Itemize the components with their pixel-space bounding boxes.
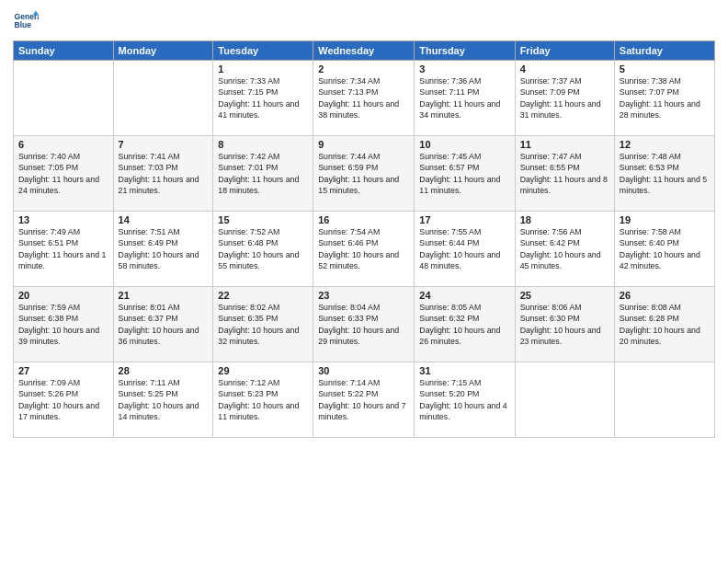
day-header-friday: Friday <box>515 41 614 61</box>
day-info: Sunrise: 7:09 AM Sunset: 5:26 PM Dayligh… <box>18 377 108 422</box>
day-number: 27 <box>18 365 108 376</box>
day-info: Sunrise: 7:45 AM Sunset: 6:57 PM Dayligh… <box>419 151 509 196</box>
days-header-row: SundayMondayTuesdayWednesdayThursdayFrid… <box>14 41 715 61</box>
day-info: Sunrise: 7:58 AM Sunset: 6:40 PM Dayligh… <box>620 226 710 271</box>
day-info: Sunrise: 7:37 AM Sunset: 7:09 PM Dayligh… <box>520 75 609 121</box>
day-info: Sunrise: 7:51 AM Sunset: 6:49 PM Dayligh… <box>119 226 209 271</box>
day-cell: 15Sunrise: 7:52 AM Sunset: 6:48 PM Dayli… <box>213 212 313 287</box>
day-number: 1 <box>218 63 308 75</box>
day-info: Sunrise: 7:56 AM Sunset: 6:42 PM Dayligh… <box>520 226 609 271</box>
day-info: Sunrise: 8:04 AM Sunset: 6:33 PM Dayligh… <box>318 302 409 347</box>
day-number: 5 <box>620 63 710 75</box>
day-number: 22 <box>218 290 308 301</box>
day-number: 10 <box>419 139 509 150</box>
header: General Blue <box>13 9 715 35</box>
day-cell: 27Sunrise: 7:09 AM Sunset: 5:26 PM Dayli… <box>14 362 114 438</box>
day-cell: 26Sunrise: 8:08 AM Sunset: 6:28 PM Dayli… <box>614 287 714 362</box>
day-info: Sunrise: 7:14 AM Sunset: 5:22 PM Dayligh… <box>318 377 409 422</box>
day-info: Sunrise: 7:54 AM Sunset: 6:46 PM Dayligh… <box>318 226 409 271</box>
day-cell: 31Sunrise: 7:15 AM Sunset: 5:20 PM Dayli… <box>415 362 515 438</box>
day-number: 24 <box>419 290 509 301</box>
day-number: 20 <box>18 290 108 301</box>
day-number: 2 <box>318 63 409 75</box>
svg-text:Blue: Blue <box>15 20 32 29</box>
week-row-4: 20Sunrise: 7:59 AM Sunset: 6:38 PM Dayli… <box>14 287 715 362</box>
day-number: 14 <box>119 214 209 225</box>
day-number: 28 <box>119 365 209 376</box>
day-info: Sunrise: 8:08 AM Sunset: 6:28 PM Dayligh… <box>620 302 710 347</box>
day-info: Sunrise: 7:47 AM Sunset: 6:55 PM Dayligh… <box>520 151 609 196</box>
day-number: 17 <box>419 214 509 225</box>
week-row-1: 1Sunrise: 7:33 AM Sunset: 7:15 PM Daylig… <box>14 61 715 136</box>
day-cell: 29Sunrise: 7:12 AM Sunset: 5:23 PM Dayli… <box>213 362 313 438</box>
day-number: 13 <box>18 214 108 225</box>
day-cell: 7Sunrise: 7:41 AM Sunset: 7:03 PM Daylig… <box>113 136 213 212</box>
day-number: 6 <box>18 139 108 150</box>
day-number: 18 <box>520 214 609 225</box>
week-row-2: 6Sunrise: 7:40 AM Sunset: 7:05 PM Daylig… <box>14 136 715 212</box>
day-number: 21 <box>119 290 209 301</box>
day-info: Sunrise: 7:36 AM Sunset: 7:11 PM Dayligh… <box>419 75 509 121</box>
day-info: Sunrise: 7:41 AM Sunset: 7:03 PM Dayligh… <box>119 151 209 196</box>
day-cell: 12Sunrise: 7:48 AM Sunset: 6:53 PM Dayli… <box>614 136 714 212</box>
day-number: 8 <box>218 139 308 150</box>
day-cell: 8Sunrise: 7:42 AM Sunset: 7:01 PM Daylig… <box>213 136 313 212</box>
day-header-thursday: Thursday <box>415 41 515 61</box>
logo-icon: General Blue <box>13 9 39 35</box>
day-cell: 30Sunrise: 7:14 AM Sunset: 5:22 PM Dayli… <box>313 362 415 438</box>
day-cell: 20Sunrise: 7:59 AM Sunset: 6:38 PM Dayli… <box>14 287 114 362</box>
day-info: Sunrise: 7:52 AM Sunset: 6:48 PM Dayligh… <box>218 226 308 271</box>
calendar-page: General Blue SundayMondayTuesdayWednesda… <box>0 0 728 563</box>
day-cell: 19Sunrise: 7:58 AM Sunset: 6:40 PM Dayli… <box>614 212 714 287</box>
day-number: 16 <box>318 214 409 225</box>
day-header-monday: Monday <box>113 41 213 61</box>
day-number: 23 <box>318 290 409 301</box>
day-info: Sunrise: 7:34 AM Sunset: 7:13 PM Dayligh… <box>318 75 409 121</box>
day-number: 31 <box>419 365 509 376</box>
day-number: 7 <box>119 139 209 150</box>
logo: General Blue <box>13 9 39 35</box>
week-row-5: 27Sunrise: 7:09 AM Sunset: 5:26 PM Dayli… <box>14 362 715 438</box>
day-info: Sunrise: 7:44 AM Sunset: 6:59 PM Dayligh… <box>318 151 409 196</box>
day-number: 19 <box>620 214 710 225</box>
day-header-sunday: Sunday <box>14 41 114 61</box>
day-header-tuesday: Tuesday <box>213 41 313 61</box>
day-cell <box>515 362 614 438</box>
day-cell: 14Sunrise: 7:51 AM Sunset: 6:49 PM Dayli… <box>113 212 213 287</box>
day-info: Sunrise: 7:11 AM Sunset: 5:25 PM Dayligh… <box>119 377 209 422</box>
day-cell: 6Sunrise: 7:40 AM Sunset: 7:05 PM Daylig… <box>14 136 114 212</box>
day-info: Sunrise: 7:15 AM Sunset: 5:20 PM Dayligh… <box>419 377 509 422</box>
day-cell: 10Sunrise: 7:45 AM Sunset: 6:57 PM Dayli… <box>415 136 515 212</box>
day-info: Sunrise: 7:42 AM Sunset: 7:01 PM Dayligh… <box>218 151 308 196</box>
day-info: Sunrise: 8:05 AM Sunset: 6:32 PM Dayligh… <box>419 302 509 347</box>
day-number: 15 <box>218 214 308 225</box>
day-cell: 25Sunrise: 8:06 AM Sunset: 6:30 PM Dayli… <box>515 287 614 362</box>
day-header-wednesday: Wednesday <box>313 41 415 61</box>
day-info: Sunrise: 8:06 AM Sunset: 6:30 PM Dayligh… <box>520 302 609 347</box>
day-cell: 21Sunrise: 8:01 AM Sunset: 6:37 PM Dayli… <box>113 287 213 362</box>
day-cell: 18Sunrise: 7:56 AM Sunset: 6:42 PM Dayli… <box>515 212 614 287</box>
day-info: Sunrise: 7:59 AM Sunset: 6:38 PM Dayligh… <box>18 302 108 347</box>
day-cell: 1Sunrise: 7:33 AM Sunset: 7:15 PM Daylig… <box>213 61 313 136</box>
day-cell <box>14 61 114 136</box>
day-cell: 16Sunrise: 7:54 AM Sunset: 6:46 PM Dayli… <box>313 212 415 287</box>
day-cell: 24Sunrise: 8:05 AM Sunset: 6:32 PM Dayli… <box>415 287 515 362</box>
calendar-table: SundayMondayTuesdayWednesdayThursdayFrid… <box>13 40 715 438</box>
day-info: Sunrise: 7:12 AM Sunset: 5:23 PM Dayligh… <box>218 377 308 422</box>
day-cell: 13Sunrise: 7:49 AM Sunset: 6:51 PM Dayli… <box>14 212 114 287</box>
day-info: Sunrise: 7:48 AM Sunset: 6:53 PM Dayligh… <box>620 151 710 196</box>
day-cell <box>113 61 213 136</box>
day-number: 29 <box>218 365 308 376</box>
day-number: 11 <box>520 139 609 150</box>
day-info: Sunrise: 7:55 AM Sunset: 6:44 PM Dayligh… <box>419 226 509 271</box>
day-cell: 28Sunrise: 7:11 AM Sunset: 5:25 PM Dayli… <box>113 362 213 438</box>
day-cell: 3Sunrise: 7:36 AM Sunset: 7:11 PM Daylig… <box>415 61 515 136</box>
day-number: 26 <box>620 290 710 301</box>
day-info: Sunrise: 8:01 AM Sunset: 6:37 PM Dayligh… <box>119 302 209 347</box>
day-cell: 17Sunrise: 7:55 AM Sunset: 6:44 PM Dayli… <box>415 212 515 287</box>
week-row-3: 13Sunrise: 7:49 AM Sunset: 6:51 PM Dayli… <box>14 212 715 287</box>
day-info: Sunrise: 8:02 AM Sunset: 6:35 PM Dayligh… <box>218 302 308 347</box>
day-cell: 23Sunrise: 8:04 AM Sunset: 6:33 PM Dayli… <box>313 287 415 362</box>
day-number: 9 <box>318 139 409 150</box>
day-cell: 4Sunrise: 7:37 AM Sunset: 7:09 PM Daylig… <box>515 61 614 136</box>
